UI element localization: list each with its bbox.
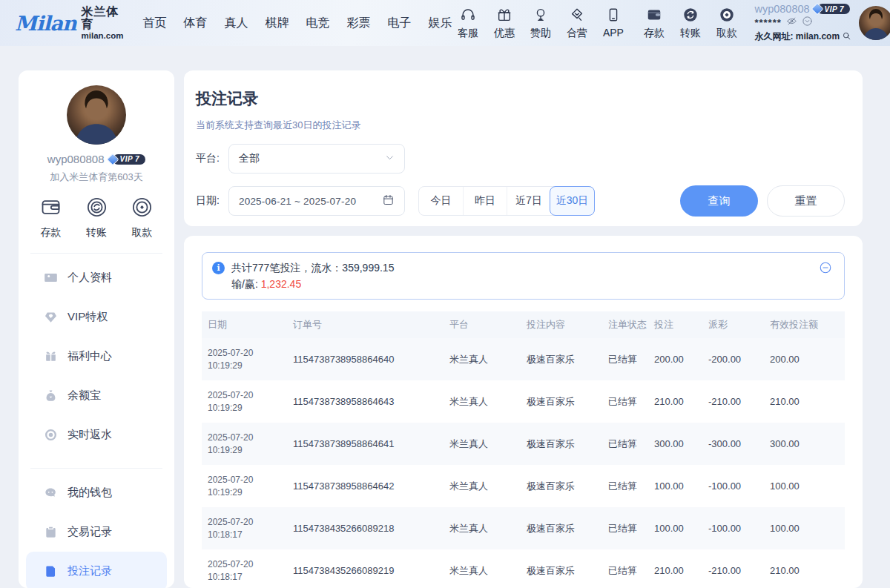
nav-entertainment[interactable]: 娱乐	[428, 16, 452, 31]
filter-card: 投注记录 当前系统支持查询最近30日的投注记录 平台: 全部 日期: 2025-…	[184, 70, 863, 226]
sidebar-username: wyp080808	[47, 153, 105, 165]
service-promos[interactable]: 优惠	[488, 7, 520, 40]
service-support[interactable]: 客服	[452, 7, 484, 40]
nav-home[interactable]: 首页	[142, 16, 166, 31]
wallet-outline-icon	[39, 196, 62, 222]
permanent-url: 永久网址: milan.com	[754, 30, 840, 43]
nav-sports[interactable]: 体育	[183, 16, 207, 31]
sidebar-item-rebate[interactable]: 实时返水	[19, 415, 174, 455]
table-row[interactable]: 2025-07-2010:18:17 1154738435266089219 米…	[202, 549, 845, 588]
nav-lottery[interactable]: 彩票	[346, 16, 370, 31]
avatar[interactable]	[859, 6, 890, 40]
date-label: 日期:	[196, 194, 228, 208]
service-app[interactable]: APP	[597, 7, 629, 40]
winloss-value: 1,232.45	[261, 278, 302, 290]
divider	[30, 468, 162, 469]
moneybag-icon	[44, 389, 58, 403]
minus-circle-icon[interactable]	[819, 261, 832, 277]
table-header: 日期 订单号 平台 投注内容 注单状态 投注 派彩 有效投注额	[202, 311, 845, 338]
eye-off-icon[interactable]	[786, 16, 797, 30]
search-button[interactable]: 查询	[680, 185, 758, 217]
info-icon: i	[212, 262, 225, 274]
sponsor-icon	[533, 7, 549, 26]
sidebar-item-transactions[interactable]: 交易记录	[19, 512, 174, 552]
table-row[interactable]: 2025-07-2010:19:29 1154738738958864640 米…	[202, 338, 845, 380]
topbar-withdraw[interactable]: 取款	[711, 7, 742, 40]
status-badge: 已结算	[602, 564, 648, 578]
betting-records-icon	[44, 564, 58, 578]
quick-today-button[interactable]: 今日	[419, 187, 463, 215]
main-nav: 首页 体育 真人 棋牌 电竞 彩票 电子 娱乐	[142, 16, 452, 31]
date-filter-row: 日期: 2025-06-21 ~ 2025-07-20 今日 昨日 近7日 近3…	[196, 185, 845, 217]
sidebar-deposit[interactable]: 存款	[39, 196, 62, 240]
records-card: i 共计777笔投注，流水：359,999.15 输/赢: 1,232.45 日…	[184, 236, 863, 588]
table-row[interactable]: 2025-07-2010:19:29 1154738738958864643 米…	[202, 380, 845, 423]
calendar-icon	[382, 194, 395, 209]
table-row[interactable]: 2025-07-2010:19:29 1154738738958864641 米…	[202, 423, 845, 465]
nav-slots[interactable]: 电子	[387, 16, 411, 31]
quick-yesterday-button[interactable]: 昨日	[463, 187, 507, 215]
page-title: 投注记录	[196, 88, 845, 109]
vip-badge: VIP 7	[813, 4, 851, 14]
service-sponsor[interactable]: 赞助	[524, 7, 556, 40]
masked-balance: ******	[754, 19, 781, 27]
deposit-icon	[646, 7, 662, 26]
sidebar-withdraw[interactable]: 取款	[131, 196, 154, 240]
sidebar-menu-account: 个人资料 VIP特权 福利中心 余额宝 实时返水	[19, 258, 174, 455]
member-days: 加入米兰体育第603天	[19, 171, 174, 184]
betting-records-table: 日期 订单号 平台 投注内容 注单状态 投注 派彩 有效投注额 2025-07-…	[202, 311, 845, 588]
sidebar-item-welfare[interactable]: 福利中心	[19, 337, 174, 376]
status-badge: 已结算	[602, 522, 648, 535]
nav-cards[interactable]: 棋牌	[265, 16, 289, 31]
sidebar-transfer[interactable]: 转账	[85, 196, 108, 240]
topbar-deposit[interactable]: 存款	[638, 7, 670, 40]
partner-icon	[569, 7, 585, 26]
service-partner[interactable]: 合营	[561, 7, 593, 40]
table-row[interactable]: 2025-07-2010:18:17 1154738435266089218 米…	[202, 507, 845, 549]
quick-7days-button[interactable]: 近7日	[507, 187, 550, 215]
status-badge: 已结算	[602, 353, 648, 366]
sidebar-item-yuebao[interactable]: 余额宝	[19, 376, 174, 415]
rebate-icon	[44, 428, 58, 442]
sidebar-item-betting-records[interactable]: 投注记录	[26, 552, 167, 588]
topbar: Milan 米兰体育 milan.com 首页 体育 真人 棋牌 电竞 彩票 电…	[0, 0, 890, 46]
summary-winloss: 输/赢: 1,232.45	[231, 276, 394, 292]
user-info: wyp080808 VIP 7 ****** 永久网址: milan.com	[754, 3, 851, 43]
wallet-links: 存款 转账 取款	[638, 7, 742, 40]
topbar-transfer[interactable]: 转账	[674, 7, 706, 40]
transactions-icon	[44, 525, 58, 539]
divider	[30, 253, 162, 254]
table-row[interactable]: 2025-07-2010:19:29 1154738738958864642 米…	[202, 465, 845, 507]
logo-script: Milan	[15, 12, 76, 35]
status-badge: 已结算	[602, 480, 648, 493]
platform-filter-row: 平台: 全部	[196, 144, 845, 174]
nav-live[interactable]: 真人	[224, 16, 248, 31]
reset-button[interactable]: 重置	[767, 185, 845, 217]
quick-30days-button[interactable]: 近30日	[550, 186, 595, 216]
welfare-icon	[44, 349, 58, 363]
gift-icon	[496, 7, 512, 26]
mywallet-icon	[44, 486, 58, 500]
sidebar-item-vip[interactable]: VIP特权	[19, 297, 174, 337]
status-badge: 已结算	[602, 437, 648, 451]
username: wyp080808	[754, 3, 809, 15]
search-icon[interactable]	[842, 31, 851, 43]
chevron-circle-icon[interactable]	[802, 16, 813, 30]
nav-esports[interactable]: 电竞	[306, 16, 329, 31]
status-badge: 已结算	[602, 395, 648, 409]
sidebar-vip-badge: VIP 7	[108, 154, 146, 165]
date-range-input[interactable]: 2025-06-21 ~ 2025-07-20	[228, 186, 405, 216]
headset-icon	[460, 7, 476, 26]
sidebar-item-my-wallet[interactable]: 我的钱包	[19, 473, 174, 512]
sidebar-item-profile[interactable]: 个人资料	[19, 258, 174, 297]
sidebar-avatar[interactable]	[67, 85, 126, 145]
logo-text: 米兰体育 milan.com	[82, 6, 124, 40]
site-logo[interactable]: Milan 米兰体育 milan.com	[15, 6, 123, 40]
platform-select[interactable]: 全部	[228, 144, 405, 174]
idcard-icon	[44, 271, 58, 285]
sidebar-menu-records: 我的钱包 交易记录 投注记录	[19, 473, 174, 588]
page-subtitle: 当前系统支持查询最近30日的投注记录	[196, 119, 845, 132]
sidebar: wyp080808 VIP 7 加入米兰体育第603天 存款 转账 取款 个人资…	[19, 70, 174, 588]
transfer-outline-icon	[85, 196, 108, 222]
transfer-icon	[682, 7, 699, 26]
